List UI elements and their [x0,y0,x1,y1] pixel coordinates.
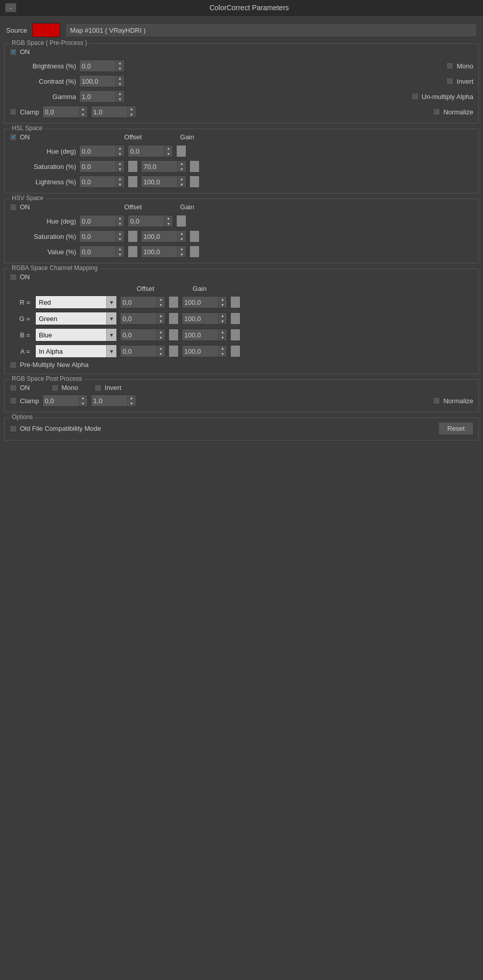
rgba-g-gain-input[interactable] [182,313,218,324]
brightness-input[interactable] [80,60,115,71]
gamma-down[interactable]: ▼ [116,96,124,102]
brightness-up[interactable]: ▲ [116,60,124,66]
rgba-a-gain-down[interactable]: ▼ [219,351,227,357]
contrast-down[interactable]: ▼ [116,81,124,87]
brightness-down[interactable]: ▼ [116,66,124,71]
rgba-b-offset-spinner[interactable]: ▲ ▼ [120,329,165,341]
hsv-val-offset-spinner[interactable]: ▲ ▼ [79,246,125,258]
rgba-b-offset-up[interactable]: ▲ [157,329,165,335]
contrast-spinner[interactable]: ▲ ▼ [79,75,125,87]
rgba-a-gain-swatch[interactable] [230,345,240,357]
hsl-sat-offset-swatch[interactable] [128,160,138,173]
rgba-r-gain-up[interactable]: ▲ [219,297,227,302]
rgba-b-offset-input[interactable] [120,329,156,340]
hsl-hue-offset-down[interactable]: ▼ [116,151,124,157]
hsv-val-gain-swatch[interactable] [189,246,200,258]
rgba-g-offset-down[interactable]: ▼ [157,318,165,324]
invert-checkbox[interactable] [446,78,453,85]
hsl-hue-gain-spinner[interactable]: ▲ ▼ [128,145,173,157]
rgba-a-offset-down[interactable]: ▼ [157,351,165,357]
normalize-checkbox[interactable] [433,108,440,115]
hsl-light-offset-input[interactable] [80,176,115,187]
rgba-on-checkbox[interactable] [10,274,17,281]
rgb-post-normalize-checkbox[interactable] [433,397,440,404]
clamp-val2-input[interactable] [91,106,127,117]
contrast-input[interactable] [80,76,115,87]
hsv-hue-offset-input[interactable] [80,215,115,227]
rgb-post-clamp-val2-spinner[interactable]: ▲ ▼ [91,395,136,407]
rgba-r-offset-spinner[interactable]: ▲ ▼ [120,296,165,308]
clamp-val1-up[interactable]: ▲ [79,106,87,112]
rgb-post-clamp-val2-down[interactable]: ▼ [128,401,136,406]
hsl-light-gain-input[interactable] [141,176,177,187]
hsv-hue-offset-up[interactable]: ▲ [116,215,124,221]
rgba-a-offset-input[interactable] [120,346,156,357]
clamp-val1-input[interactable] [43,106,79,117]
hsl-light-gain-swatch[interactable] [189,176,200,188]
rgba-g-offset-up[interactable]: ▲ [157,313,165,318]
rgba-g-gain-swatch[interactable] [230,312,240,325]
rgba-r-gain-spinner[interactable]: ▲ ▼ [182,296,227,308]
clamp-val1-spinner[interactable]: ▲ ▼ [42,106,88,118]
hsv-val-gain-input[interactable] [141,246,177,257]
rgb-post-clamp-val1-spinner[interactable]: ▲ ▼ [42,395,88,407]
hsv-sat-offset-up[interactable]: ▲ [116,231,124,236]
clamp-val2-up[interactable]: ▲ [128,106,136,112]
rgba-g-offset-input[interactable] [120,313,156,324]
unmultiply-checkbox[interactable] [412,93,419,100]
rgb-post-on-checkbox[interactable] [10,384,17,391]
rgba-r-gain-input[interactable] [182,297,218,308]
rgba-r-dropdown[interactable]: Red ▼ [35,296,117,309]
hsl-light-gain-up[interactable]: ▲ [178,176,186,182]
hsv-on-checkbox[interactable] [10,204,17,211]
hsv-hue-gain-down[interactable]: ▼ [164,221,173,227]
clamp-val2-spinner[interactable]: ▲ ▼ [91,106,136,118]
rgba-b-gain-swatch[interactable] [230,329,240,341]
hsl-on-checkbox[interactable] [10,134,17,141]
hsl-sat-offset-input[interactable] [80,161,115,172]
hsv-hue-gain-up[interactable]: ▲ [164,215,173,221]
rgba-g-offset-swatch[interactable] [168,312,179,325]
rgba-b-gain-spinner[interactable]: ▲ ▼ [182,329,227,341]
hsl-hue-gain-up[interactable]: ▲ [164,145,173,151]
hsv-sat-offset-swatch[interactable] [128,230,138,242]
mono-checkbox[interactable] [446,62,453,69]
hsv-val-offset-swatch[interactable] [128,246,138,258]
rgba-r-gain-down[interactable]: ▼ [219,302,227,308]
hsl-sat-gain-input[interactable] [141,161,177,172]
rgba-b-offset-down[interactable]: ▼ [157,335,165,340]
hsl-hue-gain-down[interactable]: ▼ [164,151,173,157]
hsv-hue-offset-down[interactable]: ▼ [116,221,124,227]
rgb-post-clamp-val1-input[interactable] [43,395,79,406]
rgb-post-invert-checkbox[interactable] [94,384,102,391]
hsv-val-gain-down[interactable]: ▼ [178,252,186,257]
hsl-sat-gain-down[interactable]: ▼ [178,166,186,172]
hsv-sat-offset-spinner[interactable]: ▲ ▼ [79,230,125,242]
hsl-hue-offset-spinner[interactable]: ▲ ▼ [79,145,125,157]
rgba-a-gain-spinner[interactable]: ▲ ▼ [182,345,227,357]
rgba-a-offset-up[interactable]: ▲ [157,346,165,351]
rgba-g-gain-up[interactable]: ▲ [219,313,227,318]
rgba-r-offset-up[interactable]: ▲ [157,297,165,302]
rgba-b-gain-up[interactable]: ▲ [219,329,227,335]
hsl-light-offset-up[interactable]: ▲ [116,176,124,182]
rgba-g-offset-spinner[interactable]: ▲ ▼ [120,312,165,325]
collapse-button[interactable]: - [5,3,16,12]
hsl-light-gain-spinner[interactable]: ▲ ▼ [141,176,186,188]
hsl-light-offset-swatch[interactable] [128,176,138,188]
rgba-a-gain-input[interactable] [182,346,218,357]
pre-multiply-checkbox[interactable] [10,361,17,369]
source-color-swatch[interactable] [32,23,60,37]
hsl-light-offset-down[interactable]: ▼ [116,182,124,187]
gamma-up[interactable]: ▲ [116,91,124,96]
rgba-g-dropdown[interactable]: Green ▼ [35,312,117,325]
clamp-val1-down[interactable]: ▼ [79,112,87,117]
rgb-post-clamp-checkbox[interactable] [10,397,17,404]
gamma-spinner[interactable]: ▲ ▼ [79,90,125,103]
hsv-val-gain-up[interactable]: ▲ [178,246,186,252]
rgba-g-gain-down[interactable]: ▼ [219,318,227,324]
rgb-post-clamp-val2-input[interactable] [91,395,127,406]
hsv-sat-gain-down[interactable]: ▼ [178,236,186,242]
rgb-post-clamp-val1-down[interactable]: ▼ [79,401,87,406]
source-map-field[interactable]: Map #1001 ( VRayHDRI ) [65,23,477,37]
